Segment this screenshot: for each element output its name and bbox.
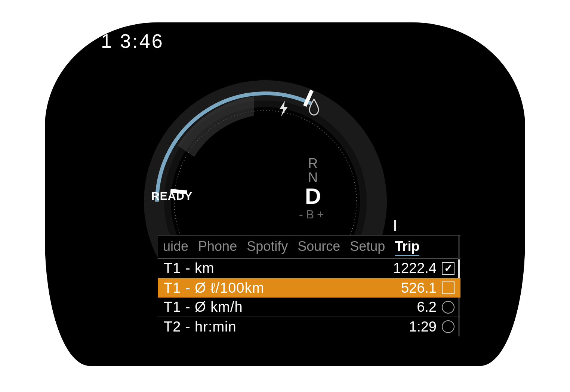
- gear-d: D: [299, 185, 327, 208]
- gear-b: -B+: [299, 208, 327, 220]
- tab-spotify[interactable]: Spotify: [247, 239, 288, 256]
- tab-guide[interactable]: uide: [163, 239, 188, 256]
- trip-row-label: T1 - km: [164, 260, 215, 276]
- gear-r: R: [299, 157, 327, 170]
- trip-row-t2-hrmin[interactable]: T2 - hr:min 1:29: [158, 317, 460, 336]
- brake-plus: +: [317, 208, 327, 221]
- gear-indicator: R N D -B+: [299, 157, 327, 220]
- checkbox-checked-icon[interactable]: [442, 262, 455, 275]
- clock: 1 3:46: [101, 30, 164, 52]
- trip-row-label: T2 - hr:min: [164, 319, 237, 335]
- radio-icon[interactable]: [442, 320, 455, 333]
- trip-menu-panel: uide Phone Spotify Source Setup Trip T1 …: [158, 235, 460, 336]
- trip-row-label: T1 - Ø ℓ/100km: [164, 280, 264, 296]
- gear-n: N: [299, 171, 327, 184]
- radio-icon[interactable]: [442, 301, 455, 314]
- tab-setup[interactable]: Setup: [350, 239, 385, 256]
- trip-row-t1-l100km[interactable]: T1 - Ø ℓ/100km 526.1: [158, 278, 460, 298]
- brake-minus: -: [299, 208, 306, 221]
- tab-trip[interactable]: Trip: [395, 239, 419, 256]
- trip-list: T1 - km 1222.4 T1 - Ø ℓ/100km 526.1 T1 -…: [158, 258, 460, 336]
- cluster-mask: 1 3:46: [45, 22, 525, 366]
- ready-label: READY: [151, 190, 192, 202]
- trip-row-value: 1:29: [409, 319, 437, 335]
- tab-phone[interactable]: Phone: [198, 239, 237, 256]
- trip-row-value: 6.2: [417, 299, 437, 315]
- trip-row-value: 1222.4: [393, 260, 437, 276]
- trip-row-value: 526.1: [401, 280, 437, 296]
- tab-source[interactable]: Source: [298, 239, 340, 256]
- right-needle-marker: [394, 220, 396, 231]
- trip-row-label: T1 - Ø km/h: [164, 299, 243, 315]
- trip-row-t1-km[interactable]: T1 - km 1222.4: [158, 259, 460, 278]
- brake-b: B: [306, 208, 317, 221]
- menu-tabs: uide Phone Spotify Source Setup Trip: [158, 236, 460, 258]
- checkbox-icon[interactable]: [442, 281, 455, 294]
- trip-row-t1-kmh[interactable]: T1 - Ø km/h 6.2: [158, 298, 460, 317]
